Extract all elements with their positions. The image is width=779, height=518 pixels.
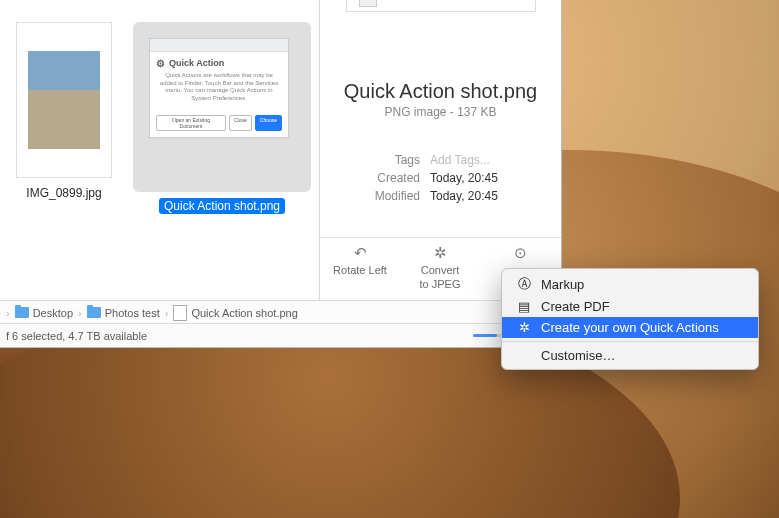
rotate-left-icon: ↶	[320, 244, 400, 262]
pathbar-desktop[interactable]: Desktop	[15, 307, 73, 319]
file-label: IMG_0899.jpg	[14, 186, 114, 200]
folder-icon	[15, 307, 29, 318]
file-label-selected[interactable]: Quick Action shot.png	[159, 198, 285, 214]
rotate-left-button[interactable]: ↶ Rotate Left	[320, 238, 400, 301]
finder-window: IMG_0899.jpg ⚙Quick Action Quick Actions…	[0, 0, 562, 348]
preview-subtitle: PNG image - 137 KB	[320, 105, 561, 119]
file-icon	[173, 305, 187, 321]
preview-filename: Quick Action shot.png	[320, 80, 561, 103]
file-item-img[interactable]: IMG_0899.jpg	[14, 22, 114, 200]
folder-icon	[87, 307, 101, 318]
thumbnail-img	[16, 22, 112, 178]
menu-item-create-own-quick-actions[interactable]: ✲ Create your own Quick Actions	[502, 317, 758, 338]
chevron-right-icon: ›	[78, 307, 82, 319]
pdf-icon: ▤	[516, 299, 532, 314]
menu-item-customise[interactable]: Customise…	[502, 345, 758, 366]
convert-jpeg-button[interactable]: ✲ Convertto JPEG	[400, 238, 480, 301]
preview-metadata: TagsAdd Tags... CreatedToday, 20:45 Modi…	[320, 151, 561, 205]
menu-separator	[502, 341, 758, 342]
menu-item-markup[interactable]: Ⓐ Markup	[502, 272, 758, 296]
chevron-right-icon: ›	[6, 307, 10, 319]
status-bar: f 6 selected, 4.7 TB available	[0, 323, 561, 347]
pathbar-file[interactable]: Quick Action shot.png	[173, 305, 297, 321]
more-icon: ⊙	[480, 244, 560, 262]
add-tags-field[interactable]: Add Tags...	[430, 153, 490, 167]
gear-icon: ⚙	[156, 58, 165, 69]
menu-item-create-pdf[interactable]: ▤ Create PDF	[502, 296, 758, 317]
pathbar-folder[interactable]: Photos test	[87, 307, 160, 319]
markup-icon: Ⓐ	[516, 275, 532, 293]
gear-icon: ✲	[516, 320, 532, 335]
icon-view: IMG_0899.jpg ⚙Quick Action Quick Actions…	[0, 0, 320, 300]
status-text: f 6 selected, 4.7 TB available	[6, 330, 147, 342]
context-menu: Ⓐ Markup ▤ Create PDF ✲ Create your own …	[501, 268, 759, 370]
file-item-qa[interactable]: ⚙Quick Action Quick Actions are workflow…	[132, 22, 312, 214]
chevron-right-icon: ›	[165, 307, 169, 319]
selection-highlight: ⚙Quick Action Quick Actions are workflow…	[133, 22, 311, 192]
path-bar: › Desktop › Photos test › Quick Action s…	[0, 300, 561, 324]
gear-icon: ✲	[400, 244, 480, 262]
preview-thumbnail	[346, 0, 536, 12]
thumbnail-qa: ⚙Quick Action Quick Actions are workflow…	[149, 38, 289, 138]
